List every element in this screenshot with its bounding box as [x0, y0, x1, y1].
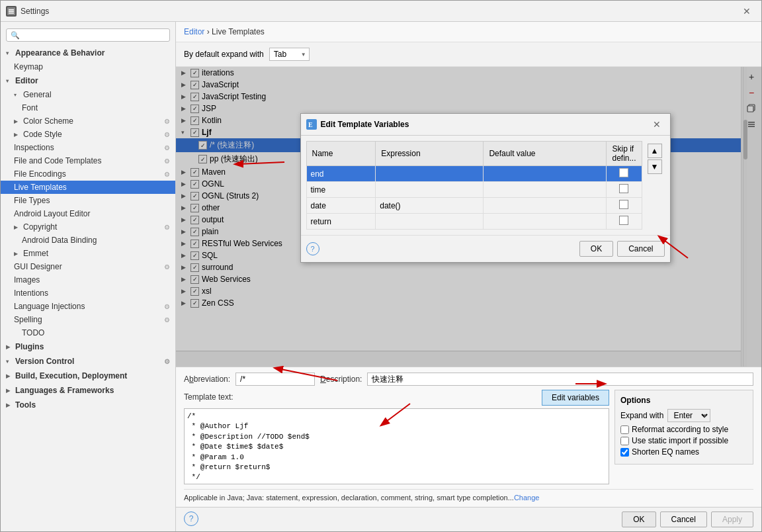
cell-expression[interactable]	[376, 182, 484, 198]
expand-with-dropdown[interactable]: Tab Enter Space	[269, 48, 310, 61]
skip-checkbox[interactable]	[619, 216, 628, 225]
ok-button[interactable]: OK	[622, 511, 656, 527]
sidebar-item-color-scheme[interactable]: ▶ Color Scheme ⚙	[1, 114, 175, 128]
expand-arrow-icon: ▶	[6, 373, 13, 379]
abbreviation-input[interactable]	[235, 373, 315, 386]
vc-icon: ⚙	[164, 358, 170, 365]
template-textarea[interactable]: /* * @Author Ljf * @Description //TODO $…	[184, 408, 609, 484]
sidebar-item-emmet[interactable]: ▶ Emmet	[1, 247, 175, 260]
cell-skip[interactable]	[607, 182, 642, 198]
modal-title: E Edit Template Variables	[306, 119, 409, 130]
breadcrumb-parent[interactable]: Editor	[184, 27, 204, 36]
change-link[interactable]: Change	[514, 494, 540, 502]
copyright-icon: ⚙	[164, 224, 170, 231]
cell-expression[interactable]	[376, 214, 484, 230]
search-box[interactable]: 🔍	[6, 28, 170, 42]
sidebar-item-live-templates[interactable]: Live Templates	[1, 181, 175, 194]
cell-expression[interactable]	[376, 166, 484, 182]
static-import-label: Use static import if possible	[632, 436, 728, 445]
sidebar-item-inspections[interactable]: Inspections ⚙	[1, 141, 175, 154]
sidebar-item-file-encodings[interactable]: File Encodings ⚙	[1, 167, 175, 181]
sidebar-item-keymap[interactable]: Keymap	[1, 60, 175, 73]
sidebar-item-appearance[interactable]: ▾ Appearance & Behavior	[1, 46, 175, 60]
skip-checkbox[interactable]	[619, 200, 628, 209]
expand-with-row: Expand with Tab Enter Space	[620, 409, 747, 422]
expand-arrow-icon: ▶	[6, 344, 13, 350]
cell-expression[interactable]: date()	[376, 198, 484, 214]
applicable-text: Applicable in Java; Java: statement, exp…	[184, 489, 753, 502]
sidebar-item-android-data-binding[interactable]: Android Data Binding	[1, 234, 175, 247]
modal-icon: E	[306, 119, 317, 130]
modal-cancel-button[interactable]: Cancel	[617, 241, 664, 257]
expand-arrow-icon: ▾	[14, 92, 21, 98]
sidebar-item-android-layout[interactable]: Android Layout Editor	[1, 207, 175, 220]
sidebar-item-version-control[interactable]: ▾ Version Control ⚙	[1, 354, 175, 369]
table-row[interactable]: time	[306, 182, 642, 198]
cell-default[interactable]	[484, 182, 607, 198]
sidebar-item-file-types[interactable]: File Types	[1, 194, 175, 207]
sidebar-item-build[interactable]: ▶ Build, Execution, Deployment	[1, 369, 175, 383]
sidebar-item-copyright[interactable]: ▶ Copyright ⚙	[1, 220, 175, 234]
apply-button[interactable]: Apply	[711, 511, 753, 527]
modal-action-buttons: OK Cancel	[579, 241, 665, 257]
sidebar-item-plugins[interactable]: ▶ Plugins	[1, 339, 175, 354]
reformat-checkbox[interactable]	[620, 425, 629, 434]
modal-footer: ? OK Cancel	[301, 235, 670, 262]
sidebar-item-label: Inspections	[14, 143, 54, 152]
sidebar-item-todo[interactable]: TODO	[1, 326, 175, 339]
abbreviation-label: Abbreviation:	[184, 375, 230, 384]
skip-checkbox[interactable]	[619, 168, 628, 177]
sidebar-item-editor[interactable]: ▾ Editor	[1, 73, 175, 88]
cell-default[interactable]	[484, 214, 607, 230]
edit-variables-button[interactable]: Edit variables	[542, 390, 609, 406]
cell-skip[interactable]	[607, 214, 642, 230]
sidebar-item-spelling[interactable]: Spelling ⚙	[1, 313, 175, 326]
modal-help-button[interactable]: ?	[306, 242, 319, 255]
options-title: Options	[620, 396, 747, 405]
move-down-button[interactable]: ▼	[648, 159, 662, 174]
sidebar-item-label: Code Style	[23, 130, 62, 139]
sidebar-item-tools[interactable]: ▶ Tools	[1, 398, 175, 412]
modal-table-wrap: Name Expression Default value Skip if de…	[306, 141, 642, 230]
template-text-label: Template text:	[184, 392, 233, 402]
col-skip: Skip if defin...	[607, 142, 642, 166]
cancel-button[interactable]: Cancel	[660, 511, 707, 527]
modal-close-button[interactable]: ✕	[649, 118, 665, 131]
sidebar-item-language-injections[interactable]: Language Injections ⚙	[1, 300, 175, 313]
search-input[interactable]	[22, 30, 165, 40]
sidebar-item-label: Images	[14, 275, 40, 285]
sidebar-item-images[interactable]: Images	[1, 273, 175, 287]
modal-ok-button[interactable]: OK	[579, 241, 613, 257]
help-button[interactable]: ?	[184, 511, 198, 526]
table-row[interactable]: return	[306, 214, 642, 230]
cell-default[interactable]	[484, 166, 607, 182]
cell-skip[interactable]	[607, 198, 642, 214]
settings-window: Settings ✕ 🔍 ▾ Appearance & Behavior Key…	[0, 0, 762, 532]
sidebar-item-label: Live Templates	[14, 183, 67, 192]
svg-rect-3	[9, 13, 14, 14]
sidebar-item-code-style[interactable]: ▶ Code Style ⚙	[1, 128, 175, 141]
table-row[interactable]: end	[306, 166, 642, 182]
description-input[interactable]	[367, 373, 753, 386]
skip-checkbox[interactable]	[619, 184, 628, 193]
cell-skip[interactable]	[607, 166, 642, 182]
sidebar-item-label: Languages & Frameworks	[15, 386, 114, 395]
expand-with-select[interactable]: Tab Enter Space	[667, 409, 710, 422]
modal-table-area: Name Expression Default value Skip if de…	[306, 141, 665, 230]
sidebar-item-general[interactable]: ▾ General	[1, 88, 175, 101]
sidebar-item-label: Plugins	[15, 342, 44, 351]
sidebar-item-gui-designer[interactable]: GUI Designer ⚙	[1, 260, 175, 273]
shorten-eq-checkbox[interactable]	[620, 448, 629, 457]
move-up-button[interactable]: ▲	[648, 144, 662, 158]
table-row[interactable]: date date()	[306, 198, 642, 214]
cell-default[interactable]	[484, 198, 607, 214]
sidebar-item-languages[interactable]: ▶ Languages & Frameworks	[1, 383, 175, 398]
static-import-checkbox[interactable]	[620, 437, 629, 445]
sidebar-item-font[interactable]: Font	[1, 101, 175, 114]
fct-icon: ⚙	[164, 157, 170, 165]
sidebar-item-intentions[interactable]: Intentions	[1, 287, 175, 300]
close-button[interactable]: ✕	[738, 3, 756, 19]
expand-arrow-icon: ▾	[6, 359, 13, 365]
sidebar-item-file-code-templates[interactable]: File and Code Templates ⚙	[1, 154, 175, 167]
expand-arrow-icon: ▶	[6, 388, 13, 394]
